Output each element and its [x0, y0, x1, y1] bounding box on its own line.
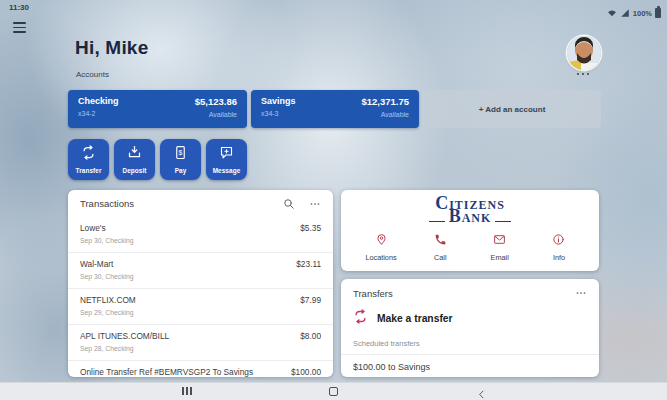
- transfers-card: Transfers Make a transfer Scheduled tran…: [341, 279, 599, 377]
- deposit-icon: [127, 145, 142, 164]
- account-name: Savings: [261, 96, 296, 106]
- account-balance: $12,371.75: [361, 96, 409, 107]
- make-transfer-label: Make a transfer: [377, 313, 453, 324]
- home-icon[interactable]: [329, 387, 338, 396]
- account-balance-status: Available: [195, 111, 237, 118]
- citizens-bank-logo[interactable]: Citizens Bank: [341, 197, 599, 225]
- logo-rule-left: [429, 221, 445, 222]
- phone-icon: [434, 232, 447, 250]
- search-icon[interactable]: [283, 198, 295, 210]
- call-button[interactable]: Call: [418, 232, 462, 262]
- transaction-name: NETFLIX.COM: [80, 295, 136, 305]
- transaction-name: APL ITUNES.COM/BILL: [80, 331, 169, 341]
- scheduled-transfers-label: Scheduled transfers: [341, 328, 599, 355]
- bank-action-label: Email: [491, 253, 509, 262]
- transaction-date: Sep 30, Checking: [80, 237, 134, 244]
- status-icons: 100%: [607, 4, 661, 22]
- transactions-card: Transactions Lowe's Sep 30, Checking $5.…: [68, 190, 333, 377]
- message-button[interactable]: Message: [206, 139, 247, 180]
- accounts-section-label: Accounts: [76, 70, 109, 79]
- transaction-date: Sep 30, Checking: [80, 273, 134, 280]
- transaction-name: Wal-Mart: [80, 259, 134, 269]
- transactions-header: Transactions: [68, 190, 333, 217]
- transfers-header: Transfers: [341, 279, 599, 299]
- bank-contact-actions: Locations Call Email: [341, 232, 599, 262]
- battery-icon: [655, 8, 661, 18]
- quick-action-label: Pay: [175, 167, 187, 174]
- profile-avatar[interactable]: [567, 36, 601, 70]
- transaction-amount: $5.35: [300, 223, 321, 252]
- account-name: Checking: [78, 96, 119, 106]
- quick-action-label: Message: [213, 167, 241, 174]
- banking-app-screen: 11:30 100% Hi, Mike Accounts Checking x3…: [0, 0, 667, 400]
- account-number: x34-3: [261, 110, 296, 117]
- transfers-more-icon[interactable]: [575, 287, 587, 299]
- transfers-title: Transfers: [353, 288, 575, 299]
- bank-info-card: Citizens Bank Locations: [341, 190, 599, 271]
- bank-logo-line2: Bank: [449, 210, 492, 225]
- transfer-icon: [81, 145, 96, 164]
- back-icon[interactable]: [477, 386, 486, 400]
- location-pin-icon: [375, 232, 388, 250]
- transaction-row[interactable]: APL ITUNES.COM/BILL Sep 28, Checking $8.…: [68, 325, 333, 361]
- status-time: 11:30: [9, 3, 29, 12]
- transfer-button[interactable]: Transfer: [68, 139, 109, 180]
- transaction-row[interactable]: Lowe's Sep 30, Checking $5.35: [68, 217, 333, 253]
- transactions-more-icon[interactable]: [309, 198, 321, 210]
- svg-text:$: $: [179, 149, 183, 156]
- scheduled-transfer-title: $100.00 to Savings: [353, 362, 587, 372]
- quick-action-label: Transfer: [75, 167, 101, 174]
- transaction-row[interactable]: NETFLIX.COM Sep 29, Checking $7.99: [68, 289, 333, 325]
- make-transfer-button[interactable]: Make a transfer: [341, 299, 599, 328]
- account-balance-status: Available: [361, 111, 409, 118]
- profile-more-icon[interactable]: [577, 73, 589, 75]
- scheduled-transfer-row[interactable]: $100.00 to Savings Every month on the 21…: [341, 355, 599, 377]
- bank-action-label: Locations: [365, 253, 396, 262]
- transaction-amount: $100.00: [291, 367, 321, 377]
- account-card-savings[interactable]: Savings x34-3 $12,371.75 Available: [251, 90, 419, 128]
- account-balance: $5,123.86: [195, 96, 237, 107]
- bank-logo-line1: Citizens: [341, 197, 599, 211]
- quick-action-label: Deposit: [122, 167, 146, 174]
- locations-button[interactable]: Locations: [359, 232, 403, 262]
- transaction-row[interactable]: Online Transfer Ref #BEMRVSGP2 To Saving…: [68, 361, 333, 377]
- cell-signal-icon: [620, 4, 630, 22]
- bank-action-label: Info: [553, 253, 565, 262]
- bank-action-label: Call: [434, 253, 447, 262]
- greeting-title: Hi, Mike: [75, 37, 148, 59]
- battery-percentage: 100%: [633, 9, 652, 18]
- scheduled-transfer-detail: Every month on the 21st, from Checking: [353, 376, 587, 377]
- transaction-name: Lowe's: [80, 223, 134, 233]
- menu-icon[interactable]: [13, 22, 26, 33]
- swap-arrows-icon: [353, 309, 368, 328]
- transaction-date: Sep 28, Checking: [80, 345, 169, 352]
- message-icon: [219, 145, 234, 164]
- account-card-checking[interactable]: Checking x34-2 $5,123.86 Available: [68, 90, 247, 128]
- add-account-button[interactable]: + Add an account: [423, 90, 601, 128]
- recent-apps-icon[interactable]: [182, 387, 192, 395]
- pay-button[interactable]: $ Pay: [160, 139, 201, 180]
- logo-rule-right: [495, 221, 511, 222]
- envelope-icon: [493, 232, 506, 250]
- wifi-icon: [607, 4, 617, 22]
- transaction-amount: $23.11: [296, 259, 321, 288]
- transaction-amount: $8.00: [300, 331, 321, 360]
- transaction-name: Online Transfer Ref #BEMRVSGP2 To Saving…: [80, 367, 253, 377]
- email-button[interactable]: Email: [478, 232, 522, 262]
- transaction-row[interactable]: Wal-Mart Sep 30, Checking $23.11: [68, 253, 333, 289]
- pay-icon: $: [173, 145, 188, 164]
- info-button[interactable]: Info: [537, 232, 581, 262]
- account-number: x34-2: [78, 110, 119, 117]
- transactions-title: Transactions: [80, 198, 269, 209]
- info-icon: [552, 232, 565, 250]
- deposit-button[interactable]: Deposit: [114, 139, 155, 180]
- transaction-date: Sep 29, Checking: [80, 309, 136, 316]
- transaction-amount: $7.99: [300, 295, 321, 324]
